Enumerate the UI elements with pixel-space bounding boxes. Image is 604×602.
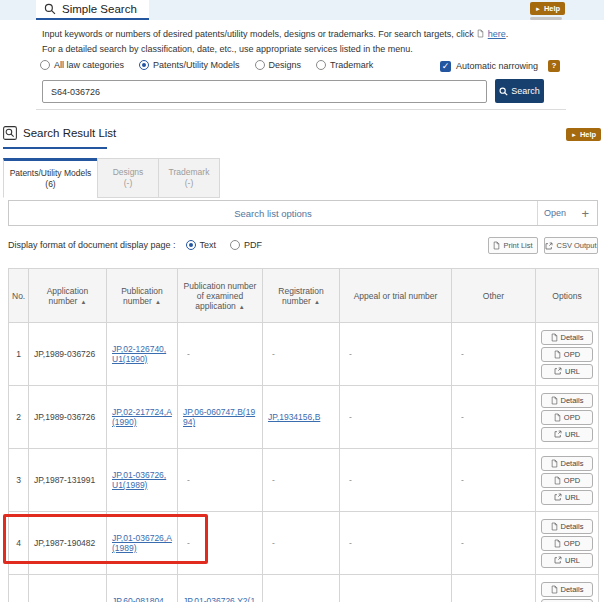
cell: JP,1983-142932 xyxy=(29,575,107,602)
search-input[interactable] xyxy=(42,80,487,103)
law-category-radio-patents-utility-models[interactable]: Patents/Utility Models xyxy=(139,60,240,70)
tab-patents-utility-models[interactable]: Patents/Utility Models(6) xyxy=(3,158,98,198)
boxed-search-icon xyxy=(3,126,17,140)
external-link-icon xyxy=(554,556,562,564)
law-category-radio-all-law-categories[interactable]: All law categories xyxy=(40,60,124,70)
details-button[interactable]: Details xyxy=(541,393,593,408)
opd-button[interactable]: OPD xyxy=(541,410,593,425)
document-link[interactable]: JP,01-036726,A(1989) xyxy=(112,533,172,553)
radio-icon xyxy=(186,240,196,250)
sort-ascending-icon[interactable]: ▲ xyxy=(239,304,245,310)
display-format-radio-text[interactable]: Text xyxy=(186,240,217,250)
cell: - xyxy=(452,386,536,449)
document-icon xyxy=(554,350,561,359)
column-header-appeal-or-trial-number: Appeal or trial number xyxy=(340,269,452,323)
document-icon xyxy=(477,29,484,40)
cell: - xyxy=(263,323,340,386)
details-button[interactable]: Details xyxy=(541,330,593,345)
option-button-label: URL xyxy=(565,367,580,376)
column-header-other: Other xyxy=(452,269,536,323)
cell-options: DetailsOPDURL xyxy=(536,512,599,575)
search-list-options-bar[interactable]: Search list options Open + xyxy=(8,200,598,226)
cell: - xyxy=(452,575,536,602)
search-button[interactable]: Search xyxy=(495,79,544,103)
document-link[interactable]: JP,01-036726,Y2(1989) xyxy=(183,596,255,602)
question-help-button[interactable]: ? xyxy=(548,60,560,72)
column-header-publication-number[interactable]: Publication number▲ xyxy=(107,269,178,323)
url-button[interactable]: URL xyxy=(541,553,593,568)
options-bar-open-section[interactable]: Open + xyxy=(537,201,597,225)
print-list-button[interactable]: Print List xyxy=(488,237,538,254)
cell: - xyxy=(178,512,263,575)
display-format-radio-label: PDF xyxy=(244,240,262,250)
document-link[interactable]: JP,1934156,B xyxy=(268,412,320,422)
opd-button[interactable]: OPD xyxy=(541,473,593,488)
url-button[interactable]: URL xyxy=(541,427,593,442)
cell: - xyxy=(340,323,452,386)
column-header-publication-number-of-examined-application[interactable]: Publication number of examined applicati… xyxy=(178,269,263,323)
tab-designs[interactable]: Designs(-) xyxy=(97,158,159,198)
jplatpat-page: Simple Search ► Help Input keywords or n… xyxy=(0,0,604,602)
radio-icon xyxy=(316,60,326,70)
sort-ascending-icon[interactable]: ▲ xyxy=(155,299,161,305)
tab-count: (6) xyxy=(45,179,55,190)
document-icon xyxy=(493,241,500,250)
column-header-label: Other xyxy=(483,291,504,301)
document-icon xyxy=(551,459,558,468)
display-format-radio-pdf[interactable]: PDF xyxy=(230,240,262,250)
document-icon xyxy=(554,539,561,548)
details-button[interactable]: Details xyxy=(541,519,593,534)
section-divider xyxy=(36,109,566,110)
law-category-radio-trademark[interactable]: Trademark xyxy=(316,60,373,70)
cell: - xyxy=(452,512,536,575)
simple-search-header: Simple Search xyxy=(36,0,149,20)
result-list-title: Search Result List xyxy=(23,127,116,139)
cell: - xyxy=(340,512,452,575)
document-icon xyxy=(551,396,558,405)
opd-button[interactable]: OPD xyxy=(541,599,593,602)
column-header-label: Options xyxy=(552,291,581,301)
law-category-radio-label: Trademark xyxy=(330,60,373,70)
cell: JP,01-036726,U1(1989) xyxy=(107,449,178,512)
document-link[interactable]: JP,02-217724,A(1990) xyxy=(112,407,172,427)
tab-label: Designs xyxy=(113,167,144,178)
document-link[interactable]: JP,02-126740,U1(1990) xyxy=(112,344,166,364)
cell: - xyxy=(340,386,452,449)
automatic-narrowing-checkbox[interactable]: ✓ xyxy=(440,61,451,72)
document-link[interactable]: JP,01-036726,U1(1989) xyxy=(112,470,166,490)
opd-button[interactable]: OPD xyxy=(541,536,593,551)
plus-icon: + xyxy=(581,206,589,221)
document-link[interactable]: JP,60-081804,U1(1985) xyxy=(112,596,166,602)
url-button[interactable]: URL xyxy=(541,490,593,505)
table-row: 4JP,1987-190482JP,01-036726,A(1989)----D… xyxy=(9,512,599,575)
column-header-registration-number[interactable]: Registration number▲ xyxy=(263,269,340,323)
help-button-result-list[interactable]: ► Help xyxy=(566,128,601,141)
here-link[interactable]: here xyxy=(488,29,506,39)
details-button[interactable]: Details xyxy=(541,456,593,471)
cell: - xyxy=(178,449,263,512)
cell: - xyxy=(452,449,536,512)
document-icon xyxy=(554,476,561,485)
result-list-header: Search Result List xyxy=(3,126,116,140)
tab-count: (-) xyxy=(124,178,133,189)
document-icon xyxy=(551,333,558,342)
law-category-radio-label: Patents/Utility Models xyxy=(153,60,240,70)
cell: - xyxy=(340,449,452,512)
sort-ascending-icon[interactable]: ▲ xyxy=(314,299,320,305)
law-category-radio-designs[interactable]: Designs xyxy=(255,60,302,70)
cell: JP,1989-036726 xyxy=(29,323,107,386)
csv-output-button[interactable]: CSV Output xyxy=(544,237,598,254)
opd-button[interactable]: OPD xyxy=(541,347,593,362)
sort-ascending-icon[interactable]: ▲ xyxy=(80,299,86,305)
cell-options: DetailsOPDURL xyxy=(536,575,599,602)
search-icon xyxy=(44,3,56,15)
url-button[interactable]: URL xyxy=(541,364,593,379)
help-button-simple-search[interactable]: ► Help xyxy=(530,2,565,15)
document-link[interactable]: JP,06-060747,B(1994) xyxy=(183,407,255,427)
scrollbar-thumb xyxy=(530,17,562,20)
column-header-application-number[interactable]: Application number▲ xyxy=(29,269,107,323)
tab-label: Trademark xyxy=(169,167,210,178)
tab-trademark[interactable]: Trademark(-) xyxy=(158,158,220,198)
cell: - xyxy=(178,323,263,386)
details-button[interactable]: Details xyxy=(541,582,593,597)
